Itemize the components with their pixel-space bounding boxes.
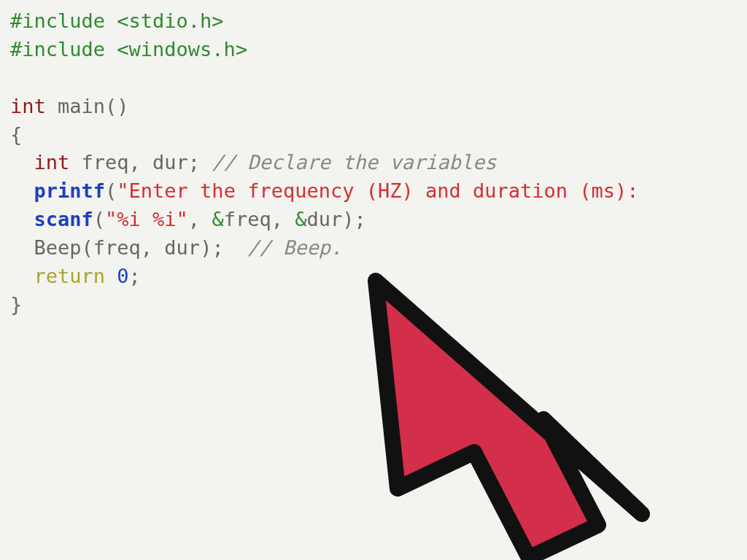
semicolon: ; xyxy=(129,265,141,287)
fn-printf: printf xyxy=(34,179,106,202)
var-freq: freq xyxy=(224,208,271,230)
indent xyxy=(10,236,34,259)
type-int: int xyxy=(10,95,46,117)
header-close: > xyxy=(236,38,247,61)
var-dur: dur xyxy=(306,208,342,230)
header-close: > xyxy=(212,9,223,32)
fn-beep: Beep xyxy=(34,236,82,259)
comma: , xyxy=(188,208,212,230)
paren-open: ( xyxy=(82,236,93,259)
space xyxy=(105,265,117,287)
header-open: < xyxy=(105,38,129,61)
preproc-include: #include xyxy=(10,9,105,32)
addr-of: & xyxy=(212,208,223,230)
indent xyxy=(10,208,34,230)
fn-scanf: scanf xyxy=(34,208,93,230)
preproc-include: #include xyxy=(10,38,105,61)
paren-open: ( xyxy=(93,208,105,230)
var-decl: freq, dur; xyxy=(69,151,212,174)
comment: // Declare the variables xyxy=(212,151,496,174)
paren-open: ( xyxy=(105,179,117,202)
paren-close: ); xyxy=(342,208,366,230)
comment: // Beep. xyxy=(247,236,342,259)
number-zero: 0 xyxy=(117,265,128,287)
brace-open: { xyxy=(10,123,22,146)
string-literal: "Enter the frequency (HZ) and duration (… xyxy=(117,179,638,202)
indent xyxy=(10,179,34,202)
paren-close: ); xyxy=(200,236,247,259)
kw-return: return xyxy=(34,265,106,287)
indent xyxy=(10,151,34,174)
header-open: < xyxy=(105,9,129,32)
header-name: stdio.h xyxy=(129,9,212,32)
fn-main: main xyxy=(46,95,105,117)
indent xyxy=(10,265,34,287)
code-editor: #include <stdio.h> #include <windows.h> … xyxy=(0,0,747,327)
parens: () xyxy=(105,95,129,117)
string-literal: "%i %i" xyxy=(105,208,188,230)
brace-close: } xyxy=(10,293,22,316)
args: freq, dur xyxy=(93,236,200,259)
comma: , xyxy=(271,208,295,230)
addr-of: & xyxy=(295,208,306,230)
header-name: windows.h xyxy=(129,38,236,61)
type-int: int xyxy=(34,151,70,174)
